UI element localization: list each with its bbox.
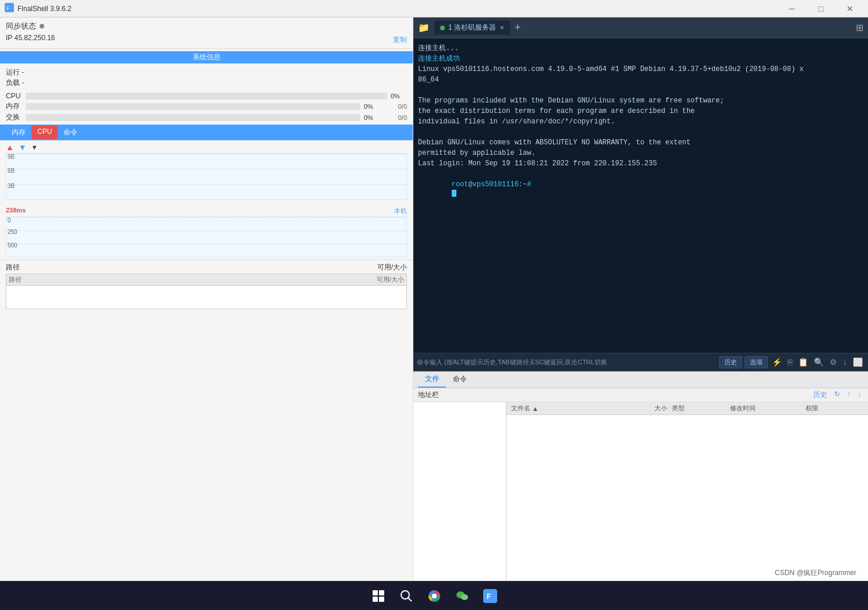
svg-rect-5	[379, 597, 384, 602]
server-tab[interactable]: 1 洛杉矶服务器 ✕	[434, 20, 510, 35]
fm-tree-panel[interactable]	[413, 402, 506, 581]
path-label: 路径	[6, 263, 20, 272]
fm-refresh-icon[interactable]: ↻	[832, 390, 842, 400]
fm-history-btn[interactable]: 历史	[811, 390, 830, 400]
fm-col-size[interactable]: 大小	[626, 404, 667, 413]
titlebar-left: F FinalShell 3.9.6.2	[5, 3, 72, 14]
swap-ratio: 0/0	[384, 114, 407, 121]
svg-point-11	[461, 594, 468, 600]
terminal-line: individual files in /usr/share/doc/*/cop…	[418, 116, 863, 127]
terminal-line: permitted by applicable law.	[418, 148, 863, 158]
fm-col-type[interactable]: 类型	[667, 404, 725, 413]
grid-view-icon[interactable]: ⊞	[856, 22, 863, 33]
load-row: 负载 -	[6, 78, 407, 88]
chart-gridline-1	[6, 154, 406, 154]
terminal-output[interactable]: 连接主机... 连接主机成功 Linux vps50101116.hosteon…	[413, 38, 868, 353]
tab-close-button[interactable]: ✕	[499, 24, 504, 31]
ping-label-250: 250	[8, 229, 17, 235]
left-top-section: 同步状态 IP 45.82.250.16 复制	[0, 17, 413, 49]
tab-cpu[interactable]: CPU	[31, 126, 58, 139]
app-title: FinalShell 3.9.6.2	[17, 5, 72, 13]
minimize-button[interactable]: ─	[778, 0, 805, 17]
options-button[interactable]: 选项	[745, 356, 768, 368]
maximize-terminal-icon[interactable]: ⬜	[851, 357, 865, 367]
terminal-line: 连接主机...	[418, 43, 863, 54]
copy-terminal-icon[interactable]: ⎘	[786, 357, 794, 367]
fm-tab-command[interactable]: 命令	[446, 372, 474, 388]
ping-header: 238ms 本机	[6, 207, 407, 215]
disk-header: 路径 可用/大小	[6, 263, 407, 272]
fm-col-name[interactable]: 文件名 ▲	[511, 404, 626, 413]
resource-section: CPU 0% 内存 0% 0/0 交换 0% 0/0	[0, 90, 413, 125]
disk-table-header: 路径 可用/大小	[6, 274, 407, 286]
network-section: ▲ ▼ ▼ 9B 6B 3B	[0, 140, 413, 204]
ping-value: 238ms	[6, 207, 26, 215]
sync-status: 同步状态	[6, 21, 407, 31]
command-input-bar: 命令输入 (按ALT键提示历史,TAB键路径,ESC键返回,双击CTRL切换 历…	[413, 353, 868, 371]
ping-chart: 0 250 500	[6, 217, 407, 257]
fm-col-perms[interactable]: 权限	[801, 404, 863, 413]
add-tab-button[interactable]: +	[515, 22, 521, 34]
fm-addressbar: 地址栏 历史 ↻ ↑ ↓	[413, 388, 868, 402]
connection-status-dot	[440, 26, 445, 30]
file-manager: 文件 命令 地址栏 历史 ↻ ↑ ↓ 文件名	[413, 371, 868, 581]
tab-command[interactable]: 命令	[58, 126, 83, 139]
taskbar-windows-icon[interactable]	[367, 584, 390, 608]
taskbar-chrome-icon[interactable]	[423, 584, 446, 608]
chart-label-6b: 6B	[8, 168, 15, 174]
terminal-prompt-line: root@vps50101116:~#	[418, 169, 863, 211]
settings-icon[interactable]: ⚙	[828, 357, 839, 367]
load-label: 负载 -	[6, 78, 24, 88]
ping-label-0: 0	[8, 217, 11, 224]
download-icon[interactable]: ↓	[841, 357, 849, 367]
memory-bar-container	[26, 103, 360, 110]
fm-tab-file[interactable]: 文件	[418, 372, 446, 388]
cpu-row: CPU 0%	[6, 92, 407, 100]
fm-col-mtime[interactable]: 修改时间	[725, 404, 801, 413]
chart-label-9b: 9B	[8, 154, 15, 160]
tab-memory[interactable]: 内存	[6, 126, 31, 139]
titlebar: F FinalShell 3.9.6.2 ─ □ ✕	[0, 0, 868, 17]
watermark: CSDN @疯狂Programmer	[775, 568, 856, 578]
avail-label: 可用/大小	[377, 263, 407, 272]
cpu-bar-container	[26, 93, 387, 100]
history-button[interactable]: 历史	[719, 356, 742, 368]
net-dropdown[interactable]: ▼	[31, 144, 38, 151]
sys-info-bar: 系统信息	[0, 51, 413, 63]
search-icon[interactable]: 🔍	[812, 357, 826, 367]
taskbar-app-icon[interactable]: F	[479, 584, 502, 608]
ping-label-500: 500	[8, 242, 17, 249]
ping-gridline-1	[6, 217, 406, 218]
terminal-line: 86_64	[418, 75, 863, 85]
cpu-label: CPU	[6, 92, 22, 100]
fm-upload-icon[interactable]: ↑	[845, 390, 853, 400]
chart-gridline-3	[6, 185, 406, 185]
terminal-line: the exact distribution terms for each pr…	[418, 106, 863, 116]
command-hint: 命令输入 (按ALT键提示历史,TAB键路径,ESC键返回,双击CTRL切换	[417, 358, 717, 367]
memory-percent: 0%	[364, 103, 380, 110]
taskbar-wechat-icon[interactable]	[451, 584, 474, 608]
maximize-button[interactable]: □	[807, 0, 834, 17]
fm-download-btn-icon[interactable]: ↓	[855, 390, 863, 400]
main-container: 同步状态 IP 45.82.250.16 复制 系统信息 运行 - 负载 - C…	[0, 17, 868, 581]
fm-table-body	[506, 415, 868, 581]
cpu-percent: 0%	[391, 93, 407, 100]
copy-button[interactable]: 复制	[393, 35, 407, 45]
taskbar-search-icon[interactable]	[395, 584, 418, 608]
fm-actions: 历史 ↻ ↑ ↓	[811, 390, 863, 400]
terminal-cursor	[452, 190, 456, 197]
server-tab-label: 1 洛杉矶服务器	[448, 23, 496, 33]
window-controls: ─ □ ✕	[778, 0, 863, 17]
paste-icon[interactable]: 📋	[796, 357, 810, 367]
lightning-icon[interactable]: ⚡	[770, 357, 784, 367]
fm-tabbar: 文件 命令	[413, 372, 868, 388]
svg-text:F: F	[6, 5, 10, 11]
upload-icon: ▲	[6, 143, 14, 152]
swap-row: 交换 0% 0/0	[6, 112, 407, 122]
svg-rect-2	[373, 590, 378, 595]
close-button[interactable]: ✕	[837, 0, 863, 17]
terminal-line	[418, 127, 863, 137]
folder-icon[interactable]: 📁	[418, 22, 430, 33]
fm-file-list: 文件名 ▲ 大小 类型 修改时间 权限	[506, 402, 868, 581]
terminal-prompt: root@vps50101116:~#	[452, 180, 532, 189]
